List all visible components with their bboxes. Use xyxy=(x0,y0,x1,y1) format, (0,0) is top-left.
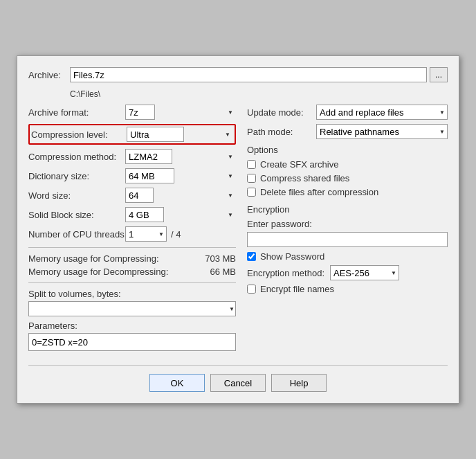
show-password-checkbox[interactable] xyxy=(247,252,256,261)
params-section: Parameters: xyxy=(28,321,236,351)
method-row: Compression method: LZMA2 LZMA PPMd xyxy=(28,149,236,164)
path-mode-row: Path mode: Relative pathnames Full pathn… xyxy=(247,124,448,139)
mem-decompress-value: 66 MB xyxy=(210,267,236,277)
mem-compress-value: 703 MB xyxy=(205,253,236,264)
encrypt-names-label: Encrypt file names xyxy=(260,284,334,294)
browse-button[interactable]: ... xyxy=(430,67,448,82)
dict-select[interactable]: 32 MB 64 MB 128 MB xyxy=(125,168,174,183)
word-label: Word size: xyxy=(28,190,125,201)
archive-input[interactable] xyxy=(70,67,427,82)
enc-method-row: Encryption method: AES-256 ZipCrypto xyxy=(247,265,448,280)
threads-label: Number of CPU threads: xyxy=(28,229,125,240)
solid-row: Solid Block size: 1 GB 4 GB xyxy=(28,207,236,222)
left-panel: Archive format: 7z zip tar Compression l… xyxy=(28,105,236,351)
archive-path: C:\Files\ xyxy=(70,89,448,99)
format-select[interactable]: 7z zip tar xyxy=(125,105,155,120)
path-mode-label: Path mode: xyxy=(247,127,316,137)
options-section: Options Create SFX archive Compress shar… xyxy=(247,145,448,197)
encrypt-names-row: Encrypt file names xyxy=(247,284,448,294)
compression-level-row: Compression level: Store Fastest Fast No… xyxy=(28,124,236,145)
mem-compress-row: Memory usage for Compressing: 703 MB xyxy=(28,253,236,264)
word-select[interactable]: 32 48 64 96 xyxy=(125,188,154,203)
archive-row: Archive: ... xyxy=(28,67,448,82)
encryption-section: Encryption Enter password: Show Password… xyxy=(247,204,448,294)
archive-dialog: Archive: ... C:\Files\ Archive format: 7… xyxy=(17,55,459,404)
threads-row: Number of CPU threads: 1 2 4 / 4 xyxy=(28,226,236,242)
path-select[interactable]: Relative pathnames Full pathnames Absolu… xyxy=(316,124,448,139)
update-select[interactable]: Add and replace files Update and add fil… xyxy=(316,105,448,120)
format-label: Archive format: xyxy=(28,107,125,118)
compression-select[interactable]: Store Fastest Fast Normal Maximum Ultra xyxy=(127,127,184,142)
divider-1 xyxy=(28,247,236,248)
mem-decompress-row: Memory usage for Decompressing: 66 MB xyxy=(28,267,236,277)
archive-label: Archive: xyxy=(28,70,70,80)
params-input[interactable] xyxy=(28,333,236,351)
enc-select-wrapper: AES-256 ZipCrypto xyxy=(330,265,399,280)
method-select-wrapper: LZMA2 LZMA PPMd xyxy=(125,149,236,164)
method-label: Compression method: xyxy=(28,152,125,162)
solid-label: Solid Block size: xyxy=(28,210,125,220)
sfx-checkbox[interactable] xyxy=(247,160,256,169)
ok-button[interactable]: OK xyxy=(149,374,205,392)
show-password-row: Show Password xyxy=(247,251,448,262)
archive-path-row: ... xyxy=(70,67,448,82)
dict-label: Dictionary size: xyxy=(28,171,125,181)
encrypt-names-checkbox[interactable] xyxy=(247,285,256,294)
cancel-button[interactable]: Cancel xyxy=(210,374,266,392)
threads-select-wrapper: 1 2 4 xyxy=(125,226,167,242)
sfx-label: Create SFX archive xyxy=(260,159,338,170)
bottom-buttons: OK Cancel Help xyxy=(28,365,448,392)
shared-label: Compress shared files xyxy=(260,173,349,183)
mem-decompress-label: Memory usage for Decompressing: xyxy=(28,267,210,277)
encryption-label: Encryption xyxy=(247,204,448,215)
shared-row: Compress shared files xyxy=(247,173,448,183)
format-select-wrapper: 7z zip tar xyxy=(125,105,236,120)
password-label: Enter password: xyxy=(247,219,448,229)
word-row: Word size: 32 48 64 96 xyxy=(28,188,236,203)
options-label: Options xyxy=(247,145,448,155)
split-row: Split to volumes, bytes: ▼ xyxy=(28,289,236,316)
delete-row: Delete files after compression xyxy=(247,187,448,197)
dict-row: Dictionary size: 32 MB 64 MB 128 MB xyxy=(28,168,236,183)
update-select-wrapper: Add and replace files Update and add fil… xyxy=(316,105,448,120)
dict-select-wrapper: 32 MB 64 MB 128 MB xyxy=(125,168,236,183)
show-password-label: Show Password xyxy=(260,251,324,262)
password-input[interactable] xyxy=(247,232,448,247)
enc-method-label: Encryption method: xyxy=(247,268,330,278)
split-label: Split to volumes, bytes: xyxy=(28,289,236,299)
main-content: Archive format: 7z zip tar Compression l… xyxy=(28,105,448,351)
right-panel: Update mode: Add and replace files Updat… xyxy=(247,105,448,351)
update-mode-row: Update mode: Add and replace files Updat… xyxy=(247,105,448,120)
split-input[interactable] xyxy=(28,301,236,316)
method-select[interactable]: LZMA2 LZMA PPMd xyxy=(125,149,172,164)
solid-select[interactable]: 1 GB 4 GB xyxy=(125,207,164,222)
path-select-wrapper: Relative pathnames Full pathnames Absolu… xyxy=(316,124,448,139)
threads-select[interactable]: 1 2 4 xyxy=(125,226,167,242)
params-label: Parameters: xyxy=(28,321,236,331)
solid-select-wrapper: 1 GB 4 GB xyxy=(125,207,236,222)
threads-total: / 4 xyxy=(171,229,181,240)
help-button[interactable]: Help xyxy=(271,374,327,392)
word-select-wrapper: 32 48 64 96 xyxy=(125,188,236,203)
split-input-wrapper: ▼ xyxy=(28,301,236,316)
divider-2 xyxy=(28,282,236,283)
delete-checkbox[interactable] xyxy=(247,188,256,197)
delete-label: Delete files after compression xyxy=(260,187,378,197)
format-row: Archive format: 7z zip tar xyxy=(28,105,236,120)
enc-method-select[interactable]: AES-256 ZipCrypto xyxy=(330,265,399,280)
mem-compress-label: Memory usage for Compressing: xyxy=(28,253,205,264)
compression-level-label: Compression level: xyxy=(31,129,127,140)
sfx-row: Create SFX archive xyxy=(247,159,448,170)
update-mode-label: Update mode: xyxy=(247,107,316,118)
compression-select-wrapper: Store Fastest Fast Normal Maximum Ultra xyxy=(127,127,233,142)
shared-checkbox[interactable] xyxy=(247,174,256,183)
